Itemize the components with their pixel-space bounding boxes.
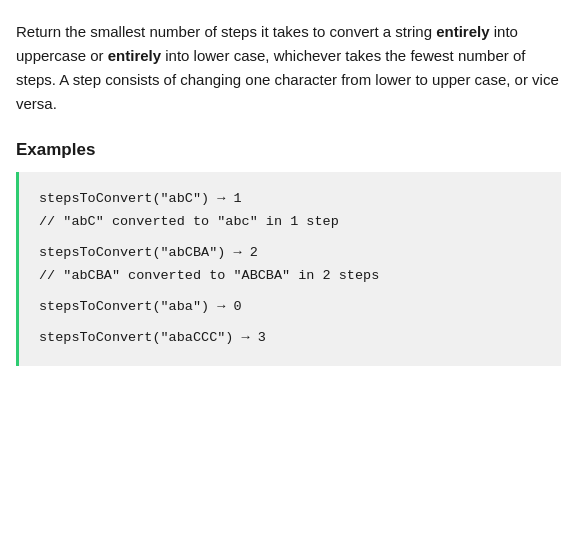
- code-line-1a: stepsToConvert("abC") → 1: [39, 188, 541, 211]
- code-example-3: stepsToConvert("aba") → 0: [39, 296, 541, 319]
- code-line-1b: // "abC" converted to "abc" in 1 step: [39, 211, 541, 234]
- code-line-2b: // "abCBA" converted to "ABCBA" in 2 ste…: [39, 265, 541, 288]
- description-line1: Return the smallest number of steps it t…: [16, 23, 436, 40]
- code-block: stepsToConvert("abC") → 1 // "abC" conve…: [16, 172, 561, 366]
- examples-heading: Examples: [16, 140, 561, 160]
- description-text: Return the smallest number of steps it t…: [16, 20, 561, 116]
- code-line-2a: stepsToConvert("abCBA") → 2: [39, 242, 541, 265]
- code-line-3a: stepsToConvert("aba") → 0: [39, 296, 541, 319]
- code-example-2: stepsToConvert("abCBA") → 2 // "abCBA" c…: [39, 242, 541, 288]
- bold-entirely-2: entirely: [108, 47, 161, 64]
- code-example-4: stepsToConvert("abaCCC") → 3: [39, 327, 541, 350]
- code-line-4a: stepsToConvert("abaCCC") → 3: [39, 327, 541, 350]
- bold-entirely-1: entirely: [436, 23, 489, 40]
- code-example-1: stepsToConvert("abC") → 1 // "abC" conve…: [39, 188, 541, 234]
